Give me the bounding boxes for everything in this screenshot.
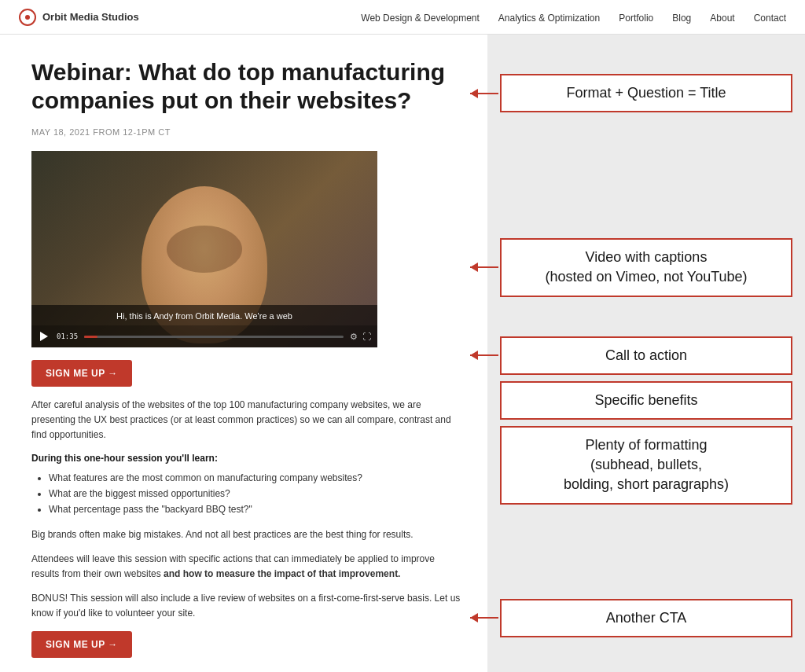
nav-link-analytics[interactable]: Analytics & Optimization: [498, 13, 600, 24]
annotation-formatting-text: Plenty of formatting (subhead, bullets, …: [564, 437, 729, 492]
nav-link-web[interactable]: Web Design & Development: [361, 13, 480, 24]
nav-logo[interactable]: Orbit Media Studios: [19, 9, 139, 26]
nav-link-contact[interactable]: Contact: [754, 13, 786, 24]
annotation-cta-text: Call to action: [605, 347, 687, 363]
video-controls: 01:35 ⚙ ⛶: [31, 325, 377, 347]
video-caption-text: Hi, this is Andy from Orbit Media. We're…: [116, 311, 292, 321]
navbar: Orbit Media Studios Web Design & Develop…: [0, 0, 805, 35]
arrow-another-cta: [470, 617, 498, 619]
video-time: 01:35: [57, 332, 78, 340]
logo-icon: [19, 9, 36, 26]
annotation-video: Video with captions (hosted on Vimeo, no…: [500, 238, 792, 296]
video-caption-bar: Hi, this is Andy from Orbit Media. We're…: [31, 305, 377, 325]
nav-links: Web Design & Development Analytics & Opt…: [361, 10, 786, 24]
annotation-title-text: Format + Question = Title: [566, 85, 726, 101]
annotation-benefits-text: Specific benefits: [594, 392, 697, 408]
play-icon: [40, 332, 48, 341]
body-text-3-bold: and how to measure the impact of that im…: [164, 568, 400, 579]
annotation-cta: Call to action: [500, 336, 792, 375]
list-item: What are the biggest missed opportunitie…: [49, 486, 462, 501]
body-text-4: BONUS! This session will also include a …: [31, 591, 462, 621]
page-wrapper: Webinar: What do top manufacturing compa…: [0, 35, 805, 672]
annotation-benefits: Specific benefits: [500, 381, 792, 420]
arrow-video: [470, 266, 498, 268]
annotation-formatting: Plenty of formatting (subhead, bullets, …: [500, 426, 792, 505]
cta-button-2[interactable]: SIGN ME UP →: [31, 631, 132, 658]
video-player[interactable]: Hi, this is Andy from Orbit Media. We're…: [31, 151, 377, 347]
cta-button-1[interactable]: SIGN ME UP →: [31, 360, 132, 387]
play-button[interactable]: [38, 330, 50, 343]
arrow-title: [470, 93, 498, 94]
article-title: Webinar: What do top manufacturing compa…: [31, 58, 462, 115]
logo-text: Orbit Media Studios: [42, 11, 139, 23]
annotation-another-cta: Another CTA: [500, 599, 792, 637]
annotation-another-cta-text: Another CTA: [606, 610, 687, 626]
body-text-3: Attendees will leave this session with s…: [31, 552, 462, 582]
gear-icon[interactable]: ⚙: [350, 332, 358, 342]
expand-icon[interactable]: ⛶: [362, 332, 371, 341]
list-item: What features are the most common on man…: [49, 470, 462, 486]
video-settings: ⚙ ⛶: [350, 332, 371, 342]
learn-heading: During this one-hour session you'll lear…: [31, 453, 462, 464]
video-progress-fill: [84, 336, 97, 338]
nav-link-about[interactable]: About: [710, 13, 734, 24]
annotation-video-text: Video with captions (hosted on Vimeo, no…: [545, 249, 747, 285]
body-intro: After careful analysis of the websites o…: [31, 398, 462, 443]
content-area: Webinar: What do top manufacturing compa…: [0, 35, 487, 672]
article-date: MAY 18, 2021 FROM 12-1PM CT: [31, 127, 462, 137]
benefit-list: What features are the most common on man…: [31, 470, 462, 518]
video-progress-bar[interactable]: [84, 336, 344, 338]
nav-link-portfolio[interactable]: Portfolio: [619, 13, 653, 24]
list-item: What percentage pass the "backyard BBQ t…: [49, 501, 462, 517]
annotation-title: Format + Question = Title: [500, 74, 792, 112]
nav-link-blog[interactable]: Blog: [672, 13, 691, 24]
body-text-2: Big brands often make big mistakes. And …: [31, 527, 462, 542]
arrow-cta: [470, 354, 498, 356]
annotation-area: Format + Question = Title Video with cap…: [487, 35, 805, 672]
